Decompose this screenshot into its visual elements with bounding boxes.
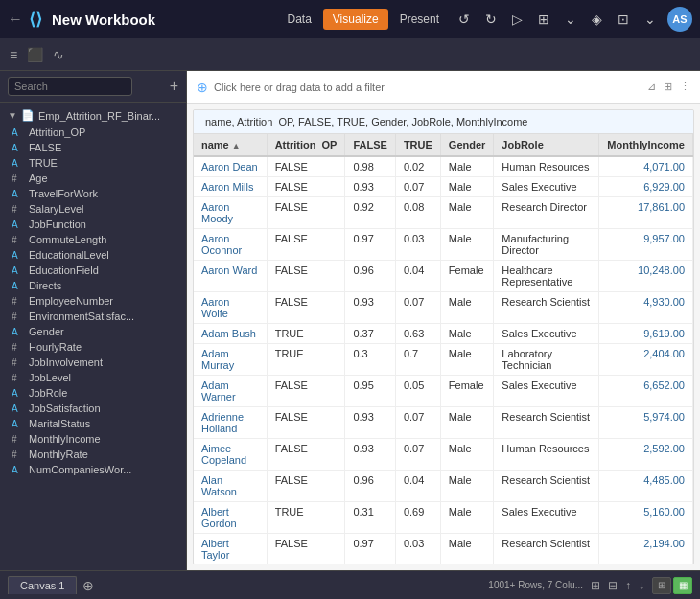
sidebar-tree-item[interactable]: AJobRole <box>0 385 186 401</box>
table-cell: Human Resources <box>494 439 599 471</box>
sidebar-tree-item[interactable]: AEducationField <box>0 263 186 278</box>
nav-data[interactable]: Data <box>277 9 320 30</box>
sidebar-tree-item[interactable]: AAttrition_OP <box>0 125 186 140</box>
more-icon[interactable]: ⋮ <box>680 81 690 93</box>
field-label: TravelForWork <box>29 188 98 199</box>
table-cell: 0.96 <box>345 261 395 292</box>
col-true[interactable]: TRUE <box>395 134 440 156</box>
sidebar-tree-item[interactable]: #JobLevel <box>0 370 186 385</box>
list-view-icon[interactable]: ≡ <box>10 47 17 62</box>
search-input[interactable] <box>8 77 132 96</box>
table-body: Aaron DeanFALSE0.980.02MaleHuman Resourc… <box>194 156 693 564</box>
col-name[interactable]: name ▲ <box>194 134 267 156</box>
sidebar-tree-item[interactable]: AGender <box>0 324 186 339</box>
table-cell: Sales Executive <box>494 376 599 407</box>
more2-button[interactable]: ⌄ <box>641 10 660 29</box>
grid-view-button[interactable]: ⊞ <box>591 579 600 592</box>
back-button[interactable]: ← <box>8 11 23 28</box>
table-cell: FALSE <box>267 534 345 565</box>
share-button[interactable]: ⊡ <box>614 10 633 29</box>
table-row: Aaron WardFALSE0.960.04FemaleHealthcare … <box>194 261 693 292</box>
view-btn-list[interactable]: ⊞ <box>652 577 671 594</box>
field-type-icon: A <box>12 219 25 230</box>
table-cell: Adam Warner <box>194 376 267 407</box>
sidebar-tree-item[interactable]: AMaritalStatus <box>0 416 186 431</box>
sidebar-tree-item[interactable]: #Age <box>0 171 186 186</box>
filter-icon[interactable]: ⊿ <box>647 81 656 93</box>
grid-icon[interactable]: ⊞ <box>664 81 672 93</box>
run-button[interactable]: ▷ <box>508 10 526 29</box>
sidebar-tree: ▼ 📄 Emp_Attrition_RF_Binar... AAttrition… <box>0 103 186 570</box>
sidebar-tree-item[interactable]: ATravelForWork <box>0 186 186 201</box>
field-type-icon: # <box>12 311 25 322</box>
user-avatar[interactable]: AS <box>667 7 692 32</box>
table-cell: 0.93 <box>345 439 395 471</box>
sidebar-tree-item[interactable]: ANumCompaniesWor... <box>0 462 186 477</box>
table-cell: 0.07 <box>395 292 440 324</box>
more1-button[interactable]: ⌄ <box>561 10 580 29</box>
sidebar: + ▼ 📄 Emp_Attrition_RF_Binar... AAttriti… <box>0 71 187 570</box>
pin-button[interactable]: ◈ <box>588 10 606 29</box>
nav-down-button[interactable]: ↓ <box>639 579 644 592</box>
sidebar-tree-item[interactable]: #CommuteLength <box>0 232 186 247</box>
table-cell: TRUE <box>267 324 345 344</box>
undo-button[interactable]: ↺ <box>455 10 474 29</box>
sidebar-tree-item[interactable]: #HourlyRate <box>0 339 186 355</box>
nav-visualize[interactable]: Visualize <box>323 9 388 30</box>
grid-button[interactable]: ⊞ <box>534 10 553 29</box>
table-cell: Male <box>440 229 494 261</box>
add-filter-icon[interactable]: ⊕ <box>197 80 208 95</box>
view-toggle: ⊞ ▦ <box>652 577 692 594</box>
sidebar-tree-item[interactable]: ADirects <box>0 278 186 293</box>
col-jobrole[interactable]: JobRole <box>494 134 599 156</box>
download-button[interactable]: ⊟ <box>608 579 618 592</box>
table-cell: Aaron Mills <box>194 177 267 197</box>
col-false[interactable]: FALSE <box>345 134 395 156</box>
wave-view-icon[interactable]: ∿ <box>53 47 64 62</box>
field-label: JobFunction <box>29 219 86 230</box>
table-cell: 2,194.00 <box>599 534 693 565</box>
col-gender[interactable]: Gender <box>440 134 494 156</box>
nav-up-button[interactable]: ↑ <box>625 579 631 592</box>
sidebar-add-button[interactable]: + <box>170 78 178 95</box>
redo-button[interactable]: ↻ <box>481 10 501 29</box>
table-cell: 0.92 <box>345 197 395 229</box>
table-cell: Research Scientist <box>494 534 599 565</box>
nav-present[interactable]: Present <box>390 9 449 30</box>
sidebar-tree-item[interactable]: AFALSE <box>0 140 186 155</box>
sidebar-tree-item[interactable]: #JobInvolvement <box>0 355 186 370</box>
data-table-area: name, Attrition_OP, FALSE, TRUE, Gender,… <box>193 109 694 564</box>
canvas-tab[interactable]: Canvas 1 <box>8 576 77 594</box>
sidebar-tree-item[interactable]: #MonthlyRate <box>0 447 186 462</box>
col-attrition[interactable]: Attrition_OP <box>267 134 345 156</box>
field-label: Gender <box>29 326 64 337</box>
table-cell: FALSE <box>267 156 345 177</box>
field-type-icon: A <box>12 265 25 276</box>
table-cell: 9,957.00 <box>599 229 693 261</box>
sidebar-tree-item[interactable]: #SalaryLevel <box>0 201 186 217</box>
table-cell: 0.02 <box>395 156 440 177</box>
table-row: Alan WatsonFALSE0.960.04MaleResearch Sci… <box>194 471 693 502</box>
filter-placeholder[interactable]: Click here or drag data to add a filter <box>214 81 385 93</box>
sidebar-tree-item[interactable]: #MonthlyIncome <box>0 431 186 447</box>
table-cell: Male <box>440 439 494 471</box>
sidebar-tree-item[interactable]: #EnvironmentSatisfac... <box>0 309 186 324</box>
bar-view-icon[interactable]: ⬛ <box>27 47 43 62</box>
table-cell: 0.05 <box>395 376 440 407</box>
sidebar-tree-item[interactable]: #EmployeeNumber <box>0 293 186 309</box>
add-canvas-button[interactable]: ⊕ <box>82 578 94 593</box>
table-cell: 0.08 <box>395 197 440 229</box>
table-cell: Aaron Oconnor <box>194 229 267 261</box>
table-cell: 4,071.00 <box>599 156 693 177</box>
sidebar-tree-item[interactable]: AJobFunction <box>0 217 186 232</box>
sidebar-tree-item[interactable]: ATRUE <box>0 155 186 171</box>
sidebar-search-bar: + <box>0 71 186 103</box>
view-btn-grid[interactable]: ▦ <box>673 577 692 594</box>
sidebar-tree-item[interactable]: AEducationalLevel <box>0 247 186 263</box>
sidebar-tree-item[interactable]: AJobSatisfaction <box>0 401 186 416</box>
tree-root-item[interactable]: ▼ 📄 Emp_Attrition_RF_Binar... <box>0 106 186 125</box>
field-label: EnvironmentSatisfac... <box>29 311 134 322</box>
table-cell: Male <box>440 471 494 502</box>
col-income[interactable]: MonthlyIncome <box>599 134 693 156</box>
table-cell: TRUE <box>267 344 345 376</box>
